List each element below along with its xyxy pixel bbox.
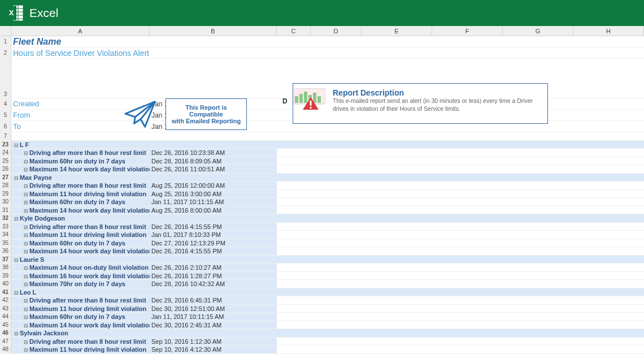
row-number[interactable]: 31 xyxy=(0,206,11,214)
collapse-icon[interactable]: ⊟ xyxy=(24,200,28,205)
row-number[interactable]: 28 xyxy=(0,182,11,189)
violation-row[interactable]: 28 ⊟Driving after more than 8 hour rest … xyxy=(0,182,644,190)
driver-name: ⊟L F xyxy=(11,141,150,149)
row-number[interactable]: 45 xyxy=(0,321,11,329)
collapse-icon[interactable]: ⊟ xyxy=(24,192,28,197)
driver-row[interactable]: 32 ⊟Kyle Dodgeson xyxy=(0,214,644,223)
driver-row[interactable]: 46 ⊟Sylvain Jackson xyxy=(0,329,644,338)
row-number[interactable]: 44 xyxy=(0,313,11,321)
row-number[interactable]: 5 xyxy=(0,110,11,120)
violation-row[interactable]: 26 ⊟Maximum 14 hour work day limit viola… xyxy=(0,165,644,174)
collapse-icon[interactable]: ⊟ xyxy=(24,159,28,165)
violation-row[interactable]: 38 ⊟Maximum 14 hour on-duty limit violat… xyxy=(0,263,644,272)
row-number[interactable]: 23 xyxy=(0,141,11,149)
row-number[interactable]: 35 xyxy=(0,239,11,247)
collapse-icon[interactable]: ⊟ xyxy=(24,183,28,189)
collapse-icon[interactable]: ⊟ xyxy=(24,232,28,238)
violation-row[interactable]: 31 ⊟Maximum 14 hour work day limit viola… xyxy=(0,206,644,215)
row-number[interactable]: 30 xyxy=(0,198,11,206)
violation-row[interactable]: 35 ⊟Maximum 60hr on duty in 7 days Dec 2… xyxy=(0,239,644,248)
collapse-icon[interactable]: ⊟ xyxy=(24,208,28,214)
col-header-b[interactable]: B xyxy=(150,26,277,36)
row-number[interactable]: 39 xyxy=(0,272,11,280)
row-number[interactable]: 4 xyxy=(0,98,11,109)
collapse-icon[interactable]: ⊟ xyxy=(24,274,28,279)
row-number[interactable]: 32 xyxy=(0,214,11,222)
collapse-icon[interactable]: ⊟ xyxy=(14,175,19,181)
collapse-icon[interactable]: ⊟ xyxy=(14,142,19,148)
collapse-icon[interactable]: ⊟ xyxy=(24,224,28,230)
row-number[interactable]: 6 xyxy=(0,121,11,132)
collapse-icon[interactable]: ⊟ xyxy=(24,241,28,247)
collapse-icon[interactable]: ⊟ xyxy=(24,306,28,312)
grid-row[interactable]: 7 xyxy=(0,132,644,141)
violation-row[interactable]: 30 ⊟Maximum 60hr on duty in 7 days Jan 1… xyxy=(0,198,644,206)
violation-row[interactable]: 42 ⊟Driving after more than 8 hour rest … xyxy=(0,296,644,305)
row-number[interactable]: 40 xyxy=(0,280,11,288)
violation-row[interactable]: 39 ⊟Maximum 16 hour work day limit viola… xyxy=(0,272,644,280)
violation-row[interactable]: 44 ⊟Maximum 60hr on duty in 7 days Jan 1… xyxy=(0,313,644,321)
row-number[interactable]: 29 xyxy=(0,190,11,198)
grid-row[interactable]: 1 Fleet Name xyxy=(0,36,644,47)
collapse-icon[interactable]: ⊟ xyxy=(14,331,19,336)
violation-row[interactable]: 34 ⊟Maximum 11 hour driving limit violat… xyxy=(0,231,644,239)
driver-row[interactable]: 27 ⊟Max Payne xyxy=(0,174,644,182)
collapse-icon[interactable]: ⊟ xyxy=(24,339,28,345)
violation-row[interactable]: 25 ⊟Maximum 60hr on duty in 7 days Dec 2… xyxy=(0,157,644,166)
row-number[interactable]: 37 xyxy=(0,256,11,263)
select-all-corner[interactable] xyxy=(0,26,11,36)
violation-row[interactable]: 45 ⊟Maximum 14 hour work day limit viola… xyxy=(0,321,644,330)
row-number[interactable]: 26 xyxy=(0,165,11,173)
col-header-h[interactable]: H xyxy=(573,26,644,36)
row-number[interactable]: 41 xyxy=(0,288,11,296)
col-header-c[interactable]: C xyxy=(277,26,311,36)
row-number[interactable]: 1 xyxy=(0,36,11,47)
collapse-icon[interactable]: ⊟ xyxy=(24,314,28,320)
collapse-icon[interactable]: ⊟ xyxy=(24,150,28,156)
row-number[interactable]: 46 xyxy=(0,329,11,337)
row-number[interactable]: 27 xyxy=(0,174,11,182)
col-header-g[interactable]: G xyxy=(503,26,573,36)
collapse-icon[interactable]: ⊟ xyxy=(24,298,28,304)
collapse-icon[interactable]: ⊟ xyxy=(24,323,28,329)
violation-row[interactable]: 29 ⊟Maximum 11 hour driving limit violat… xyxy=(0,190,644,198)
row-number[interactable]: 7 xyxy=(0,132,11,140)
collapse-icon[interactable]: ⊟ xyxy=(24,167,28,172)
row-number[interactable]: 47 xyxy=(0,338,11,345)
collapse-icon[interactable]: ⊟ xyxy=(14,216,19,222)
violation-row[interactable]: 47 ⊟Driving after more than 8 hour rest … xyxy=(0,338,644,346)
collapse-icon[interactable]: ⊟ xyxy=(24,347,28,353)
violation-row[interactable]: 43 ⊟Maximum 11 hour driving limit violat… xyxy=(0,305,644,313)
col-header-a[interactable]: A xyxy=(11,26,150,36)
driver-row[interactable]: 23 ⊟L F xyxy=(0,141,644,149)
violation-row[interactable]: 33 ⊟Driving after more than 8 hour rest … xyxy=(0,223,644,231)
violation-row[interactable]: 48 ⊟Maximum 11 hour driving limit violat… xyxy=(0,345,644,354)
row-number[interactable]: 38 xyxy=(0,263,11,271)
row-number[interactable]: 48 xyxy=(0,345,11,353)
collapse-icon[interactable]: ⊟ xyxy=(14,290,19,296)
excel-icon: X xyxy=(5,3,25,23)
row-number[interactable]: 33 xyxy=(0,223,11,231)
violation-row[interactable]: 40 ⊟Maximum 70hr on duty in 7 days Dec 2… xyxy=(0,280,644,288)
violation-row[interactable]: 36 ⊟Maximum 14 hour work day limit viola… xyxy=(0,247,644,256)
row-number[interactable]: 34 xyxy=(0,231,11,239)
collapse-icon[interactable]: ⊟ xyxy=(14,257,19,263)
row-number[interactable]: 2 xyxy=(0,47,11,58)
collapse-icon[interactable]: ⊟ xyxy=(24,249,28,254)
row-number[interactable]: 42 xyxy=(0,296,11,304)
collapse-icon[interactable]: ⊟ xyxy=(24,282,28,287)
col-header-f[interactable]: F xyxy=(432,26,503,36)
grid-row[interactable]: 2 Hours of Service Driver Violations Ale… xyxy=(0,47,644,59)
driver-row[interactable]: 37 ⊟Laurie S xyxy=(0,256,644,264)
col-header-d[interactable]: D xyxy=(311,26,362,36)
violation-timestamp: Dec 27, 2016 12:13:29 PM xyxy=(150,239,277,247)
driver-row[interactable]: 41 ⊟Leo L xyxy=(0,288,644,297)
violation-row[interactable]: 24 ⊟Driving after more than 8 hour rest … xyxy=(0,149,644,157)
col-header-e[interactable]: E xyxy=(362,26,432,36)
row-number[interactable]: 43 xyxy=(0,305,11,313)
row-number[interactable]: 3 xyxy=(0,59,11,98)
collapse-icon[interactable]: ⊟ xyxy=(24,265,28,271)
row-number[interactable]: 25 xyxy=(0,157,11,165)
row-number[interactable]: 24 xyxy=(0,149,11,157)
row-number[interactable]: 36 xyxy=(0,247,11,255)
